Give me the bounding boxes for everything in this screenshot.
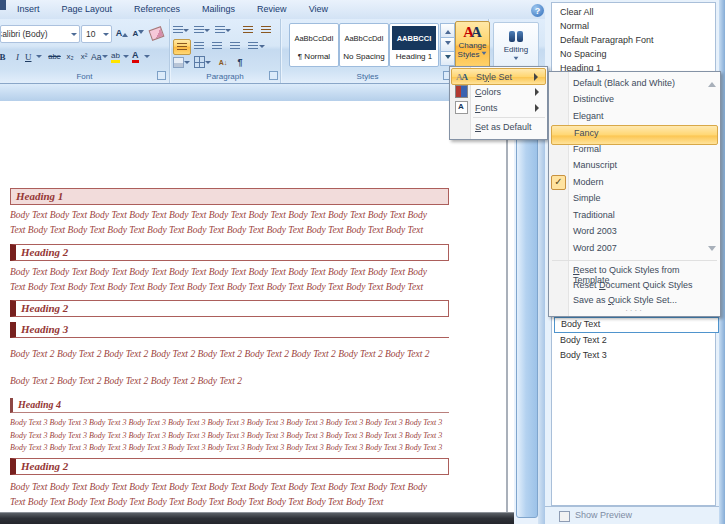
paragraph-dialog-launcher[interactable] (269, 71, 278, 80)
change-case-button[interactable]: Aa (91, 49, 110, 64)
styleset-simple[interactable]: Simple (551, 191, 718, 209)
line-spacing-button[interactable] (248, 39, 267, 53)
shading-button[interactable] (173, 55, 192, 69)
pane-item-body-text-3[interactable]: Body Text 3 (554, 349, 717, 363)
scroll-up-icon[interactable] (708, 78, 716, 87)
pane-item-clear-all[interactable]: Clear All (554, 6, 717, 20)
font-dialog-launcher[interactable] (157, 71, 166, 80)
paragraph-group: A↓ ¶ Paragraph (170, 19, 281, 83)
style-name: Heading 1 (390, 52, 438, 66)
doc-body-text3-para[interactable]: Body Text 3 Body Text 3 Body Text 3 Body… (10, 417, 444, 456)
tab-mailings[interactable]: Mailings (191, 0, 246, 19)
scrollbar-thumb[interactable] (516, 92, 538, 518)
subscript-button[interactable]: x₂ (63, 49, 77, 64)
show-hide-pilcrow-button[interactable]: ¶ (233, 55, 247, 69)
tab-references[interactable]: References (123, 0, 191, 19)
font-size-combo[interactable]: 10 (81, 25, 112, 43)
menu-item-style-set[interactable]: A A Style Set (451, 68, 546, 85)
window-divider (538, 84, 545, 524)
font-name-combo[interactable]: Calibri (Body) (0, 25, 80, 43)
styleset-word-2003[interactable]: Word 2003 (551, 224, 718, 242)
italic-button[interactable]: I (11, 49, 24, 64)
pane-item-normal[interactable]: Normal (554, 20, 717, 34)
chevron-down-icon (36, 55, 42, 61)
highlight-color-button[interactable]: ab (111, 49, 131, 64)
doc-body-text-2[interactable]: Body Text Body Text Body Text Body Text … (10, 265, 444, 295)
change-styles-label2-text: Styles (458, 50, 480, 59)
doc-body-text-5[interactable]: Body Text Body Text Body Text Body Text … (10, 480, 444, 510)
align-right-button[interactable] (209, 39, 225, 53)
down-arrow-icon (445, 41, 451, 48)
doc-heading4[interactable]: Heading 4 (10, 398, 449, 413)
strikethrough-button[interactable]: abe (46, 49, 63, 64)
down-arrow-icon (138, 30, 144, 37)
scroll-down-icon[interactable] (708, 246, 716, 255)
justify-icon (230, 42, 240, 51)
sort-button[interactable]: A↓ (215, 55, 231, 69)
menu-separator (473, 117, 545, 118)
menu-item-fonts[interactable]: A Fonts (451, 100, 546, 115)
gallery-scroll-up[interactable] (440, 23, 455, 38)
tab-review[interactable]: Review (246, 0, 298, 19)
align-center-button[interactable] (191, 39, 207, 53)
doc-body-text2-para[interactable]: Body Text 2 Body Text 2 Body Text 2 Body… (10, 341, 444, 397)
clear-formatting-button[interactable] (148, 25, 165, 41)
colors-icon (454, 86, 468, 98)
decrease-indent-button[interactable] (240, 23, 256, 37)
align-center-icon (194, 42, 204, 51)
highlight-icon: ab (111, 51, 120, 63)
shrink-font-button[interactable]: A (131, 25, 146, 41)
chevron-down-icon (184, 61, 190, 67)
font-color-button[interactable]: A (132, 49, 152, 64)
tab-insert[interactable]: Insert (6, 0, 51, 19)
doc-heading2-c[interactable]: Heading 2 (10, 458, 449, 475)
underline-glyph: U (25, 52, 32, 62)
bold-button[interactable]: B (0, 49, 9, 64)
quickstyle-normal[interactable]: AaBbCcDdI ¶ Normal (289, 23, 339, 67)
grow-font-button[interactable]: A (114, 25, 130, 41)
paragraph-group-label: Paragraph (170, 72, 280, 81)
editing-button[interactable]: Editing (493, 22, 539, 70)
underline-button[interactable]: U (25, 49, 44, 64)
doc-heading3[interactable]: Heading 3 (10, 322, 449, 338)
justify-button[interactable] (227, 39, 243, 53)
increase-indent-button[interactable] (258, 23, 274, 37)
change-case-glyph: Aa (91, 52, 101, 62)
help-icon[interactable]: ? (531, 4, 544, 17)
multilevel-list-button[interactable] (215, 23, 233, 37)
align-left-button[interactable] (173, 39, 191, 55)
show-preview-checkbox[interactable] (559, 511, 570, 522)
menu-resize-handle[interactable]: ···· (549, 308, 720, 316)
tab-view[interactable]: View (298, 0, 339, 19)
chevron-down-icon (259, 45, 265, 51)
numbering-button[interactable] (194, 23, 212, 37)
pane-item-no-spacing[interactable]: No Spacing (554, 48, 717, 62)
styles-pane-footer: Show Preview (545, 506, 725, 524)
doc-body-text-1[interactable]: Body Text Body Text Body Text Body Text … (10, 208, 444, 238)
tab-page-layout[interactable]: Page Layout (51, 0, 124, 19)
submenu-arrow-icon (534, 73, 542, 81)
quickstyle-no-spacing[interactable]: AaBbCcDdI No Spacing (339, 23, 389, 67)
bullets-button[interactable] (173, 23, 191, 37)
pane-item-body-text[interactable]: Body Text (554, 317, 719, 333)
gallery-scroll-down[interactable] (440, 37, 455, 52)
doc-heading2-b[interactable]: Heading 2 (10, 300, 449, 317)
styleset-word-2007[interactable]: Word 2007 (551, 241, 718, 259)
pane-item-default-paragraph-font[interactable]: Default Paragraph Font (554, 34, 717, 48)
menu-item-set-as-default[interactable]: Set as Default (451, 119, 546, 134)
change-styles-button[interactable]: A A Change Styles (455, 21, 490, 72)
shading-icon (173, 57, 184, 68)
doc-heading1[interactable]: Heading 1 (10, 188, 449, 205)
gallery-more-button[interactable] (440, 51, 455, 66)
styleset-manuscript[interactable]: Manuscript (551, 158, 718, 176)
pane-item-body-text-2[interactable]: Body Text 2 (554, 334, 717, 348)
superscript-button[interactable]: x² (77, 49, 91, 64)
quickstyle-heading1[interactable]: AABBCCI Heading 1 (389, 23, 439, 67)
styleset-distinctive[interactable]: Distinctive (551, 92, 718, 110)
style-name: ¶ Normal (290, 52, 338, 66)
borders-button[interactable] (194, 55, 213, 69)
document-page[interactable]: Heading 1 Body Text Body Text Body Text … (0, 101, 508, 512)
chevron-down-icon (144, 55, 150, 61)
menu-item-colors[interactable]: Colors (451, 84, 546, 99)
doc-heading2-a[interactable]: Heading 2 (10, 244, 449, 261)
